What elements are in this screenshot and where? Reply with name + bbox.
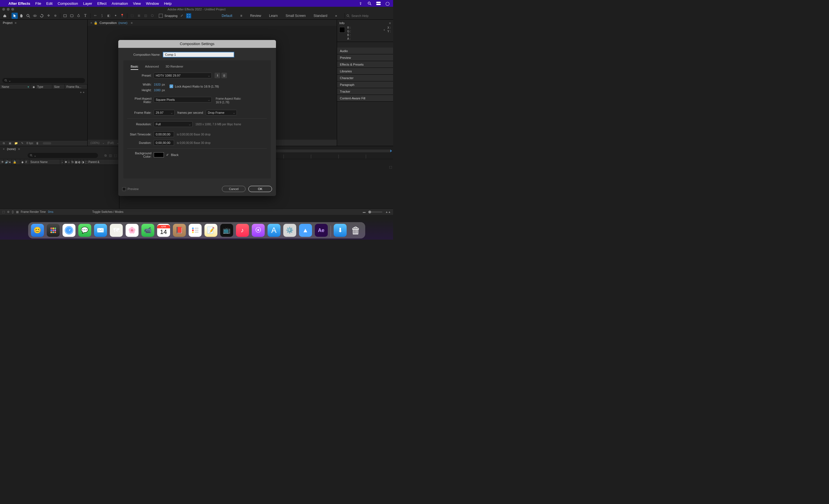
col-parent[interactable]: Parent & [87,159,119,165]
workspace-learn[interactable]: Learn [269,14,278,18]
tab-advanced[interactable]: Advanced [145,65,159,70]
orbit-tool-icon[interactable] [32,13,38,19]
spotlight-icon[interactable] [367,1,372,6]
zoom-tool-icon[interactable] [25,13,31,19]
xcode-icon[interactable]: ▲ [299,224,312,237]
snap-collapse-icon[interactable]: ⤢ [179,13,184,18]
panel-paragraph[interactable]: Paragraph [337,81,393,88]
graph-editor-icon[interactable]: ⬚ [389,165,392,169]
workspace-review[interactable]: Review [250,14,261,18]
launchpad-icon[interactable] [47,224,60,237]
timeline-search[interactable]: ⌄ [28,153,98,158]
col-source[interactable]: Source Name [29,159,60,165]
menu-edit[interactable]: Edit [46,1,52,6]
col-3d-icon[interactable]: ⬚ [84,159,87,165]
drop-dropdown[interactable]: Drop Frame [206,110,237,115]
snapping-checkbox[interactable] [159,14,163,18]
hand-tool-icon[interactable] [18,13,25,19]
flowchart-icon[interactable]: ⚬⚬ [79,91,85,94]
col-label-icon[interactable]: ◆ [20,159,24,165]
interpret-icon[interactable]: ⧉ [2,141,6,145]
snap-edges-icon[interactable]: ⛶ [186,13,191,18]
toggle-switches-button[interactable]: Toggle Switches / Modes [93,210,123,213]
calendar-icon[interactable]: APR14 [157,224,170,237]
bpc-label[interactable]: 8 bpc [27,142,33,145]
col-mb-icon[interactable]: ◐ [77,159,80,165]
preset-dropdown[interactable]: HDTV 1080 29.97 [154,73,212,78]
podcasts-icon[interactable]: ⦿ [252,224,265,237]
workspace-menu-icon[interactable]: ≡ [240,14,242,18]
panel-preview[interactable]: Preview [337,55,393,61]
search-help-input[interactable] [352,14,385,17]
type-tool-icon[interactable]: T [82,13,88,19]
anchor-tool-icon[interactable]: ⊕ [52,13,58,19]
col-label-icon[interactable]: ◆ [31,84,35,89]
brackets-icon[interactable]: {} [12,210,14,213]
zoom-in-icon[interactable]: ▲▲ [385,210,391,213]
finder-icon[interactable]: 😊 [31,224,44,237]
zoom-out-icon[interactable]: ▬ [363,210,365,213]
col-solo-icon[interactable]: ● [8,159,12,165]
col-af-icon[interactable]: ✱ [64,159,67,165]
new-folder-icon[interactable]: 📁 [14,141,18,145]
panel-character[interactable]: Character [337,75,393,81]
workspace-small[interactable]: Small Screen [286,14,305,18]
zoom-slider[interactable] [368,211,383,213]
safari-icon[interactable] [63,224,75,237]
appstore-icon[interactable]: A [267,224,281,237]
ok-button[interactable]: OK [248,186,272,192]
view-axis-icon[interactable]: ◫ [143,13,149,19]
close-tab-icon[interactable]: × [91,21,92,25]
clone-tool-icon[interactable]: ⟆ [99,13,105,19]
col-number[interactable]: # [24,159,29,165]
info-menu-icon[interactable]: ≡ [389,22,391,25]
col-fx-icon[interactable]: fx [70,159,74,165]
fr-dropdown[interactable]: 29.97 [154,110,175,115]
pen-tool-icon[interactable] [75,13,82,19]
downloads-icon[interactable]: ⬇ [334,224,347,237]
menu-help[interactable]: Help [164,1,172,6]
settings-icon[interactable]: ⚙️ [283,224,296,237]
project-tab[interactable]: Project [3,21,12,25]
frameblend-icon[interactable]: ⬚ [114,154,117,157]
zoom-level[interactable]: (100%) [91,141,99,144]
appletv-icon[interactable]: 📺 [220,224,233,237]
bg-color-swatch[interactable] [154,152,164,157]
col-framerate[interactable]: Frame Ra... [65,84,87,89]
col-size[interactable]: Size [52,84,65,89]
home-tool-icon[interactable] [2,13,8,19]
expand-props-icon[interactable]: ⬚ [2,210,5,213]
comp-tab-label[interactable]: Composition [99,21,116,25]
lock-aspect-checkbox[interactable]: ✓ [170,84,173,88]
col-audio-icon[interactable]: 🔊 [4,159,8,165]
new-comp-icon[interactable]: ▣ [8,141,12,145]
menu-animation[interactable]: Animation [111,1,128,6]
comp-panel-menu-icon[interactable]: ≡ [131,21,132,25]
adjustment-icon[interactable]: ✎ [20,141,24,145]
menu-effect[interactable]: Effect [97,1,106,6]
panel-libraries[interactable]: Libraries [337,68,393,75]
col-name[interactable]: Name▾ [0,84,31,89]
panel-audio[interactable]: Audio [337,47,393,55]
contacts-icon[interactable]: 📕 [173,224,186,237]
timeline-tab[interactable]: (none) [7,147,16,151]
shy-icon[interactable]: ⧉ [105,154,107,157]
height-value[interactable]: 1080 [154,88,160,92]
maps-icon[interactable]: 🗺 [110,224,123,237]
notes-icon[interactable]: 📝 [205,224,217,237]
traffic-lights[interactable] [2,8,14,11]
cancel-button[interactable]: Cancel [222,186,246,192]
save-preset-icon[interactable]: ⬇ [215,73,220,78]
tl-menu-icon[interactable]: ≡ [18,147,20,151]
photos-icon[interactable]: 🌸 [125,224,139,237]
par-dropdown[interactable]: Square Pixels [154,97,212,103]
brush-tool-icon[interactable]: ✏ [92,13,98,19]
tl-close-icon[interactable]: × [3,147,4,151]
pan-behind-tool-icon[interactable]: ✥ [45,13,51,19]
col-type[interactable]: Type [35,84,52,89]
reminders-icon[interactable] [189,224,202,237]
trash-icon[interactable]: 🗑 [350,224,362,237]
tab-3d[interactable]: 3D Renderer [166,65,183,70]
tc-input[interactable] [154,132,174,137]
music-icon[interactable]: ♪ [236,224,249,237]
